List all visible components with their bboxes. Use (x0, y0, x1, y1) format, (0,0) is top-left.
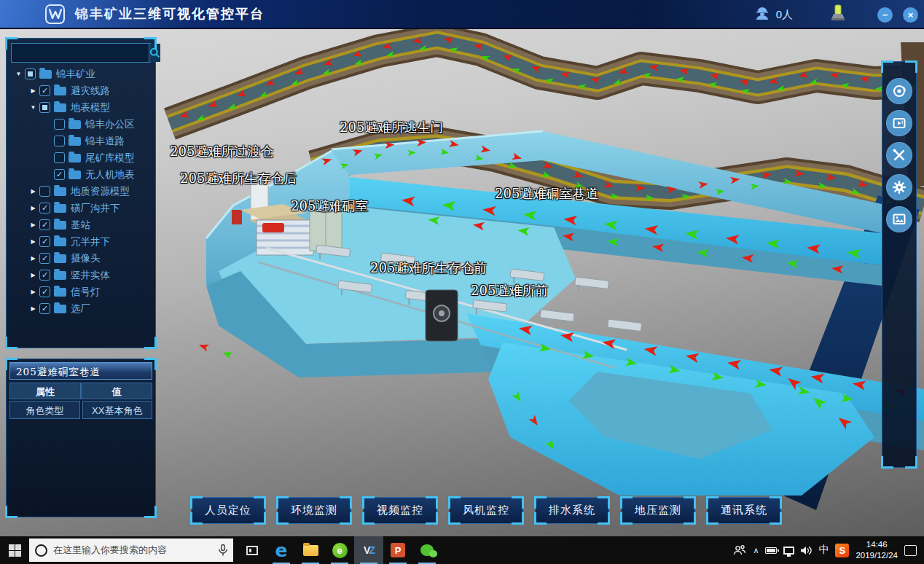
search-button[interactable] (149, 44, 160, 62)
expander-icon[interactable]: ▶ (28, 205, 38, 211)
tree-item[interactable]: ▶磺厂沟井下 (7, 200, 155, 216)
menu-button[interactable]: 排水系统 (535, 497, 609, 524)
layer-checkbox[interactable] (25, 68, 36, 79)
tree-item-label: 信号灯 (71, 286, 101, 299)
tree-item-label: 竖井实体 (71, 269, 110, 282)
green-browser-icon: e (332, 543, 348, 558)
compass-button[interactable] (886, 78, 912, 104)
layer-checkbox[interactable] (54, 136, 65, 146)
layer-checkbox[interactable] (39, 286, 50, 297)
folder-icon (54, 221, 66, 230)
layer-checkbox[interactable] (39, 203, 50, 214)
tree-item[interactable]: ▶冗半井下 (7, 233, 155, 250)
vz-viewer-taskbar-button[interactable]: VZ (354, 536, 383, 564)
battery-icon[interactable] (765, 547, 777, 554)
tree-item-label: 无人机地表 (85, 168, 135, 181)
folder-icon (68, 137, 81, 146)
person-count: 0人 (776, 8, 793, 22)
expander-icon[interactable]: ▶ (28, 289, 38, 295)
app-logo-icon (45, 4, 65, 24)
file-explorer-taskbar-button[interactable] (296, 536, 325, 564)
3d-viewport[interactable]: 205避难所逃生门205避难所过渡仓205避难所生存仓后205避难硐室205避难… (0, 29, 924, 536)
start-button[interactable] (0, 536, 29, 564)
menu-button[interactable]: 通讯系统 (707, 497, 781, 524)
tree-item[interactable]: ▶信号灯 (7, 283, 155, 300)
tree-item[interactable]: ▶竖井实体 (7, 267, 155, 283)
expander-icon[interactable]: ▼ (14, 71, 23, 77)
hidden-icons-chevron[interactable]: ∧ (753, 546, 759, 555)
close-button[interactable]: × (903, 7, 918, 23)
cortana-icon (35, 544, 47, 557)
taskbar-search-box[interactable]: 在这里输入你要搜索的内容 (29, 538, 233, 562)
layer-checkbox[interactable] (54, 152, 65, 163)
layer-search (11, 43, 151, 63)
layer-checkbox[interactable] (54, 169, 65, 180)
tree-item[interactable]: 锦丰办公区 (7, 116, 155, 133)
tree-item[interactable]: ▶基站 (7, 216, 155, 233)
expander-icon[interactable]: ▶ (28, 255, 38, 262)
tree-item[interactable]: ▼地表模型 (7, 99, 155, 116)
tree-item[interactable]: ▶摄像头 (7, 250, 155, 267)
tree-item[interactable]: 无人机地表 (7, 166, 155, 183)
system-tray: ∧ 中 S 14:46 2019/12/24 (733, 536, 924, 564)
video-button[interactable] (886, 110, 912, 136)
ime-indicator[interactable]: 中 (818, 544, 829, 557)
folder-icon (54, 187, 66, 196)
menu-button[interactable]: 地压监测 (621, 497, 695, 524)
wechat-taskbar-button[interactable] (412, 536, 442, 564)
image-icon (890, 211, 908, 228)
layer-checkbox[interactable] (54, 119, 65, 130)
layer-checkbox[interactable] (39, 236, 50, 247)
layer-checkbox[interactable] (39, 186, 50, 197)
volume-icon[interactable] (801, 546, 812, 555)
layer-checkbox[interactable] (39, 102, 50, 113)
layer-checkbox[interactable] (39, 303, 50, 314)
network-icon[interactable] (783, 547, 794, 555)
tree-item-label: 锦丰矿业 (56, 68, 95, 81)
layer-checkbox[interactable] (39, 85, 50, 96)
powerpoint-taskbar-button[interactable]: P (383, 536, 412, 564)
tree-item[interactable]: 尾矿库模型 (7, 149, 155, 166)
miner-lamp-icon[interactable] (829, 4, 847, 26)
tree-item[interactable]: ▶避灾线路 (7, 82, 155, 99)
menu-button[interactable]: 视频监控 (363, 497, 437, 524)
tree-item[interactable]: ▶地质资源模型 (7, 183, 155, 200)
gear-button[interactable] (886, 174, 912, 200)
browser-green-taskbar-button[interactable]: e (325, 536, 354, 564)
folder-icon (54, 271, 66, 280)
folder-icon (54, 288, 66, 297)
expander-icon[interactable]: ▶ (28, 188, 38, 195)
property-row: 角色类型XX基本角色 (9, 401, 152, 419)
menu-button[interactable]: 风机监控 (449, 497, 523, 524)
expander-icon[interactable]: ▼ (28, 104, 38, 111)
folder-icon (68, 154, 81, 162)
expander-icon[interactable]: ▶ (28, 305, 38, 312)
taskbar-clock[interactable]: 14:46 2019/12/24 (856, 539, 898, 561)
image-button[interactable] (886, 206, 912, 232)
expander-icon[interactable]: ▶ (28, 222, 38, 228)
tree-item[interactable]: 锦丰道路 (7, 133, 155, 149)
scene-label: 205避难所过渡仓 (170, 143, 273, 160)
layer-checkbox[interactable] (39, 253, 50, 264)
layer-checkbox[interactable] (39, 219, 50, 230)
people-icon[interactable] (733, 544, 746, 556)
tools-button[interactable] (886, 142, 912, 168)
minimize-button[interactable]: − (877, 7, 893, 23)
action-center-icon[interactable] (904, 545, 917, 556)
menu-button[interactable]: 环境监测 (277, 497, 351, 524)
sogou-icon[interactable]: S (835, 544, 849, 557)
tree-item[interactable]: ▶选厂 (7, 300, 155, 317)
task-view-button[interactable] (238, 536, 267, 564)
folder-icon (68, 171, 81, 179)
expander-icon[interactable]: ▶ (28, 272, 38, 278)
edge-taskbar-button[interactable]: e (267, 536, 296, 564)
page-title: 锦丰矿业三维可视化管控平台 (75, 5, 265, 23)
layer-checkbox[interactable] (39, 270, 50, 281)
wechat-icon (420, 544, 434, 556)
tree-item[interactable]: ▼锦丰矿业 (7, 66, 155, 82)
expander-icon[interactable]: ▶ (28, 87, 38, 94)
microphone-icon[interactable] (219, 544, 227, 557)
expander-icon[interactable]: ▶ (28, 238, 38, 245)
menu-button[interactable]: 人员定位 (191, 497, 265, 524)
layer-search-input[interactable] (12, 44, 149, 62)
